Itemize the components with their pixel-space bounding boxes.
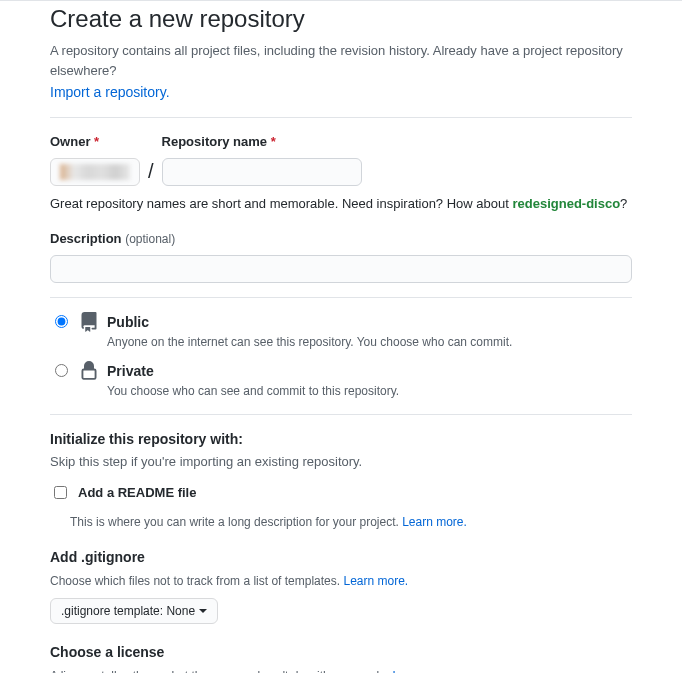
repo-name-label: Repository name * (162, 132, 362, 152)
lock-icon (79, 361, 99, 381)
owner-label: Owner * (50, 132, 140, 152)
gitignore-title: Add .gitignore (50, 547, 632, 568)
page-title: Create a new repository (50, 1, 632, 37)
initialize-skip-hint: Skip this step if you're importing an ex… (50, 452, 632, 472)
repo-icon (79, 312, 99, 332)
owner-repo-separator: / (148, 156, 154, 186)
readme-desc: This is where you can write a long descr… (70, 513, 632, 531)
readme-learn-more-link[interactable]: Learn more. (402, 515, 467, 529)
visibility-public-desc: Anyone on the internet can see this repo… (107, 333, 512, 351)
readme-label: Add a README file (78, 483, 196, 503)
license-desc: A license tells others what they can and… (50, 667, 632, 674)
description-label: Description (optional) (50, 231, 175, 246)
visibility-private-desc: You choose who can see and commit to thi… (107, 382, 399, 400)
visibility-private-radio[interactable] (55, 364, 68, 377)
gitignore-desc: Choose which files not to track from a l… (50, 572, 632, 590)
owner-avatar-blurred (60, 164, 130, 180)
visibility-public-title: Public (107, 312, 512, 333)
license-title: Choose a license (50, 642, 632, 663)
gitignore-learn-more-link[interactable]: Learn more. (343, 574, 408, 588)
repo-name-hint: Great repository names are short and mem… (50, 194, 632, 214)
visibility-public-radio[interactable] (55, 315, 68, 328)
repo-name-suggestion[interactable]: redesigned-disco (512, 196, 620, 211)
owner-select-button[interactable] (50, 158, 140, 186)
readme-checkbox[interactable] (54, 486, 67, 499)
caret-down-icon (199, 609, 207, 613)
repo-name-input[interactable] (162, 158, 362, 186)
license-learn-more-link[interactable]: Learn more. (393, 669, 458, 674)
gitignore-template-button[interactable]: .gitignore template: None (50, 598, 218, 624)
description-input[interactable] (50, 255, 632, 283)
initialize-title: Initialize this repository with: (50, 429, 632, 450)
visibility-private-title: Private (107, 361, 399, 382)
import-repository-link[interactable]: Import a repository. (50, 84, 170, 100)
page-subhead: A repository contains all project files,… (50, 41, 632, 80)
